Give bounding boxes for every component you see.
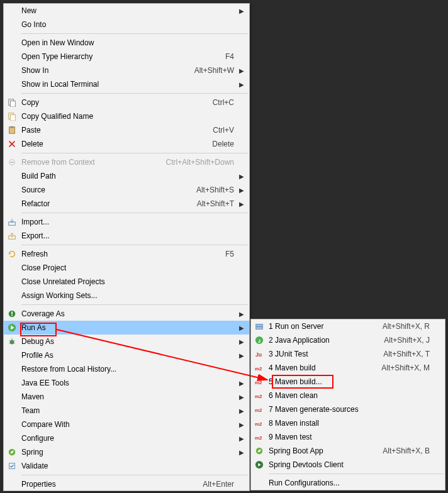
menu-build-path[interactable]: Build Path▶	[4, 169, 249, 183]
menu-close-project[interactable]: Close Project	[4, 261, 249, 275]
context-menu-runas: 1 Run on ServerAlt+Shift+X, R J2 Java Ap…	[250, 319, 445, 490]
menu-item-label: 7 Maven generate-sources	[269, 405, 430, 414]
chevron-right-icon: ▶	[238, 201, 244, 208]
submenu-spring-devtools[interactable]: Spring Devtools Client	[251, 458, 445, 472]
submenu-java-app[interactable]: J2 Java ApplicationAlt+Shift+X, J	[251, 333, 445, 347]
menu-javaee-tools[interactable]: Java EE Tools▶	[4, 376, 249, 390]
menu-item-label: 8 Maven install	[269, 419, 430, 428]
menu-run-as[interactable]: Run As▶	[4, 321, 249, 335]
menu-debug-as[interactable]: Debug As▶	[4, 335, 249, 348]
copy-icon	[6, 97, 18, 108]
menu-maven[interactable]: Maven▶	[4, 390, 249, 404]
menu-coverage-as[interactable]: Coverage As▶	[4, 307, 249, 321]
blank-icon	[6, 6, 18, 16]
submenu-junit[interactable]: Ju3 JUnit TestAlt+Shift+X, T	[251, 347, 445, 361]
menu-item-label: Restore from Local History...	[21, 365, 234, 374]
remove-ctx-icon	[6, 157, 18, 167]
menu-item-label: Close Unrelated Projects	[21, 277, 234, 286]
menu-copy-qualified[interactable]: Copy Qualified Name	[4, 109, 249, 123]
submenu-run-on-server[interactable]: 1 Run on ServerAlt+Shift+X, R	[251, 319, 445, 333]
blank-icon	[6, 52, 18, 62]
chevron-right-icon: ▶	[238, 352, 244, 359]
menu-go-into[interactable]: Go Into	[4, 18, 249, 31]
m2-icon: m2	[254, 432, 265, 442]
svg-line-21	[14, 343, 15, 344]
menu-item-shortcut: Ctrl+Alt+Shift+Down	[166, 158, 234, 167]
menu-assign-working-sets[interactable]: Assign Working Sets...	[4, 289, 249, 302]
menu-item-label: Export...	[21, 231, 234, 240]
blank-icon	[6, 350, 18, 360]
menu-item-label: Open Type Hierarchy	[21, 52, 218, 61]
submenu-run-config[interactable]: Run Configurations...	[251, 476, 445, 490]
menu-item-label: 5 Maven build...	[269, 377, 430, 386]
chevron-right-icon: ▶	[238, 187, 244, 194]
menu-source[interactable]: SourceAlt+Shift+S▶	[4, 183, 249, 197]
menu-item-label: Debug As	[21, 337, 234, 346]
svg-text:m2: m2	[255, 394, 262, 399]
menu-paste[interactable]: PasteCtrl+V	[4, 123, 249, 137]
submenu-spring-boot[interactable]: Spring Boot AppAlt+Shift+X, B	[251, 444, 445, 458]
menu-delete[interactable]: DeleteDelete	[4, 137, 249, 151]
m2-icon: m2	[254, 391, 265, 401]
menu-item-label: Coverage As	[21, 309, 234, 318]
menu-restore-history[interactable]: Restore from Local History...	[4, 362, 249, 376]
svg-text:m2: m2	[255, 407, 262, 413]
delete-icon	[6, 139, 18, 149]
blank-icon	[6, 19, 18, 30]
blank-icon	[6, 185, 18, 195]
svg-text:m2: m2	[255, 366, 262, 372]
blank-icon	[6, 378, 18, 388]
chevron-right-icon: ▶	[238, 380, 244, 387]
m2-icon: m2	[254, 363, 265, 373]
menu-show-in[interactable]: Show InAlt+Shift+W▶	[4, 64, 249, 77]
chevron-right-icon: ▶	[238, 435, 244, 442]
context-menu-main: New▶Go Into Open in New Window Open Type…	[3, 3, 250, 491]
svg-text:Ju: Ju	[255, 352, 262, 358]
chevron-right-icon: ▶	[238, 449, 244, 456]
menu-separator	[21, 33, 248, 34]
menu-item-label: Source	[21, 186, 189, 194]
blank-icon	[6, 199, 18, 209]
menu-import[interactable]: Import...	[4, 215, 249, 229]
menu-refactor[interactable]: RefactorAlt+Shift+T▶	[4, 197, 249, 211]
menu-refresh[interactable]: RefreshF5	[4, 247, 249, 261]
menu-team[interactable]: Team▶	[4, 404, 249, 418]
menu-copy[interactable]: CopyCtrl+C	[4, 96, 249, 109]
menu-item-label: Open in New Window	[21, 38, 234, 47]
menu-close-unrelated[interactable]: Close Unrelated Projects	[4, 275, 249, 289]
menu-item-shortcut: Alt+Shift+X, T	[383, 350, 430, 358]
blank-icon	[6, 79, 18, 89]
menu-new[interactable]: New▶	[4, 4, 249, 18]
menu-properties[interactable]: PropertiesAlt+Enter	[4, 477, 249, 491]
menu-profile-as[interactable]: Profile As▶	[4, 348, 249, 362]
menu-spring[interactable]: Spring▶	[4, 445, 249, 459]
submenu-maven-build[interactable]: m24 Maven buildAlt+Shift+X, M	[251, 361, 445, 375]
blank-icon	[6, 38, 18, 48]
menu-item-label: Import...	[21, 218, 234, 226]
menu-item-shortcut: Delete	[212, 140, 234, 148]
menu-validate[interactable]: Validate	[4, 459, 249, 473]
chevron-right-icon: ▶	[238, 338, 244, 345]
menu-separator	[21, 245, 248, 245]
submenu-maven-test[interactable]: m29 Maven test	[251, 430, 445, 444]
menu-item-label: Properties	[21, 480, 195, 489]
menu-open-type-hierarchy[interactable]: Open Type HierarchyF4	[4, 50, 249, 64]
submenu-maven-clean[interactable]: m26 Maven clean	[251, 389, 445, 402]
blank-icon	[6, 433, 18, 443]
menu-compare-with[interactable]: Compare With▶	[4, 418, 249, 431]
menu-item-label: Show In	[21, 66, 187, 75]
submenu-maven-install[interactable]: m28 Maven install	[251, 416, 445, 430]
menu-configure[interactable]: Configure▶	[4, 431, 249, 445]
menu-open-new-window[interactable]: Open in New Window	[4, 36, 249, 50]
submenu-maven-gen[interactable]: m27 Maven generate-sources	[251, 402, 445, 416]
blank-icon	[6, 277, 18, 287]
svg-text:m2: m2	[255, 421, 262, 427]
svg-rect-3	[10, 114, 15, 121]
submenu-maven-build-config[interactable]: m25 Maven build...	[251, 375, 445, 389]
menu-item-label: Copy Qualified Name	[21, 112, 234, 121]
menu-export[interactable]: Export...	[4, 229, 249, 243]
chevron-right-icon: ▶	[238, 407, 244, 414]
menu-show-local-terminal[interactable]: Show in Local Terminal▶	[4, 77, 249, 91]
m2-icon: m2	[254, 418, 265, 428]
menu-item-shortcut: F5	[225, 250, 234, 258]
